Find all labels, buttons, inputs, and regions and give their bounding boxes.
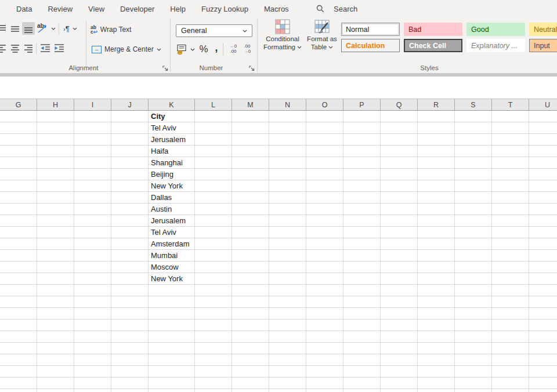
cell-T25[interactable] [492,389,529,392]
cell-U18[interactable] [529,308,557,320]
cell-L2[interactable] [195,122,232,134]
cell-T8[interactable] [492,192,529,204]
cell-U17[interactable] [529,296,557,308]
cell-U1[interactable] [529,111,557,122]
cell-R22[interactable] [418,354,455,366]
align-bottom-button[interactable] [22,22,35,35]
cell-U7[interactable] [529,180,557,192]
format-as-table-button[interactable]: Format as Table [304,19,340,51]
cell-O10[interactable] [306,215,343,227]
cell-G1[interactable] [0,111,37,122]
cell-N18[interactable] [269,308,306,320]
cell-G12[interactable] [0,238,37,250]
cell-G7[interactable] [0,180,37,192]
cell-Q25[interactable] [381,389,418,392]
cell-H18[interactable] [37,308,74,320]
cell-I3[interactable] [74,134,111,146]
cell-Q20[interactable] [381,331,418,343]
cell-H4[interactable] [37,146,74,157]
cell-O22[interactable] [306,354,343,366]
cell-G21[interactable] [0,343,37,354]
column-header-o[interactable]: O [306,99,343,111]
cell-P25[interactable] [343,389,381,392]
cell-N1[interactable] [269,111,306,122]
cell-U12[interactable] [529,238,557,250]
cell-O12[interactable] [306,238,343,250]
cell-I15[interactable] [74,273,111,285]
conditional-formatting-button[interactable]: Conditional Formatting [262,19,303,51]
cell-S5[interactable] [455,157,492,169]
cell-R7[interactable] [418,180,455,192]
cell-K24[interactable] [149,378,195,389]
cell-K1[interactable]: City [149,111,195,122]
cell-T23[interactable] [492,366,529,378]
cell-I1[interactable] [74,111,111,122]
cell-R4[interactable] [418,146,455,157]
cell-J18[interactable] [111,308,149,320]
cell-H24[interactable] [37,378,74,389]
cell-G6[interactable] [0,169,37,180]
cell-G8[interactable] [0,192,37,204]
cell-H19[interactable] [37,320,74,331]
cell-H6[interactable] [37,169,74,180]
cell-O3[interactable] [306,134,343,146]
cell-O24[interactable] [306,378,343,389]
cell-S7[interactable] [455,180,492,192]
cell-P1[interactable] [343,111,381,122]
cell-P20[interactable] [343,331,381,343]
cell-U22[interactable] [529,354,557,366]
cell-P21[interactable] [343,343,381,354]
column-header-h[interactable]: H [37,99,74,111]
cell-R12[interactable] [418,238,455,250]
cell-J19[interactable] [111,320,149,331]
cell-P15[interactable] [343,273,381,285]
cell-R10[interactable] [418,215,455,227]
cell-L10[interactable] [195,215,232,227]
number-format-select[interactable]: General [176,24,252,37]
cell-N7[interactable] [269,180,306,192]
cell-R6[interactable] [418,169,455,180]
column-header-i[interactable]: I [74,99,111,111]
cell-T13[interactable] [492,250,529,262]
cell-N22[interactable] [269,354,306,366]
cell-U10[interactable] [529,215,557,227]
cell-T4[interactable] [492,146,529,157]
cell-H10[interactable] [37,215,74,227]
cell-N21[interactable] [269,343,306,354]
cell-K17[interactable] [149,296,195,308]
cell-G19[interactable] [0,320,37,331]
cell-U11[interactable] [529,227,557,238]
cell-J15[interactable] [111,273,149,285]
cell-L19[interactable] [195,320,232,331]
cell-L5[interactable] [195,157,232,169]
cell-U21[interactable] [529,343,557,354]
cell-R5[interactable] [418,157,455,169]
cell-J22[interactable] [111,354,149,366]
cell-K25[interactable] [149,389,195,392]
cell-R21[interactable] [418,343,455,354]
cell-G16[interactable] [0,285,37,296]
cell-N11[interactable] [269,227,306,238]
cell-M15[interactable] [232,273,269,285]
cell-Q15[interactable] [381,273,418,285]
cell-S14[interactable] [455,262,492,273]
cell-G2[interactable] [0,122,37,134]
cell-N25[interactable] [269,389,306,392]
cell-I9[interactable] [74,204,111,215]
cell-N5[interactable] [269,157,306,169]
cell-N15[interactable] [269,273,306,285]
cell-O25[interactable] [306,389,343,392]
cell-R3[interactable] [418,134,455,146]
cell-M13[interactable] [232,250,269,262]
cell-G17[interactable] [0,296,37,308]
column-header-l[interactable]: L [195,99,232,111]
column-header-q[interactable]: Q [381,99,418,111]
cell-P14[interactable] [343,262,381,273]
cell-P7[interactable] [343,180,381,192]
cell-U25[interactable] [529,389,557,392]
style-explanatory[interactable]: Explanatory ... [466,39,525,52]
cell-M7[interactable] [232,180,269,192]
cell-H25[interactable] [37,389,74,392]
cell-U14[interactable] [529,262,557,273]
cell-Q1[interactable] [381,111,418,122]
